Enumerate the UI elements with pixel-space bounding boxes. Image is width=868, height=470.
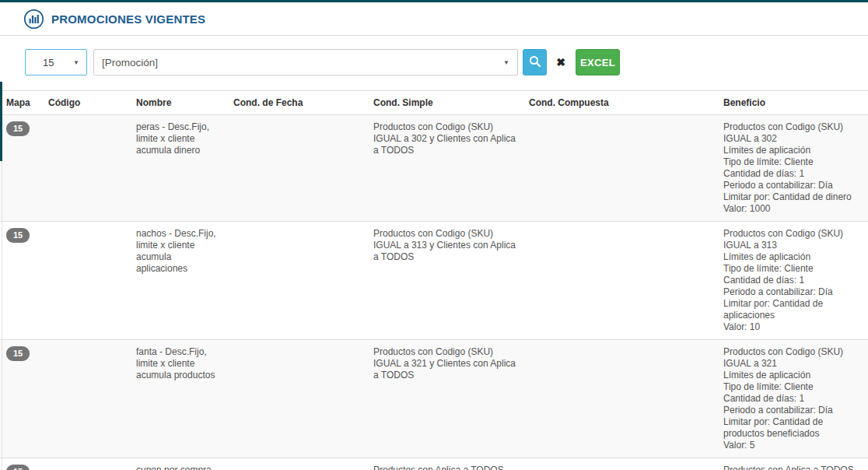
- map-badge[interactable]: 15: [6, 228, 30, 243]
- column-header-cond-simple[interactable]: Cond. Simple: [367, 91, 523, 115]
- scrollbar-thumb[interactable]: [0, 82, 2, 161]
- cell-nombre: fanta - Desc.Fijo, limite x cliente acum…: [130, 340, 227, 458]
- cell-cond-fecha: [227, 340, 367, 458]
- cell-nombre: cupon por compra mayor a 100: [130, 458, 227, 470]
- promotion-combobox[interactable]: [Promoción] ▼: [93, 49, 518, 75]
- cell-cond-compuesta: [523, 222, 717, 340]
- table-row[interactable]: 15 fanta - Desc.Fijo, limite x cliente a…: [0, 340, 868, 458]
- cell-cond-compuesta: [523, 458, 717, 470]
- cell-cond-simple: Productos con Aplica a TODOS con Precio …: [367, 458, 523, 470]
- cell-mapa: 15: [0, 340, 42, 458]
- cell-cond-simple: Productos con Codigo (SKU) IGUAL a 302 y…: [367, 115, 523, 222]
- cell-codigo: [42, 458, 130, 470]
- clear-search-button[interactable]: ✖: [550, 49, 572, 75]
- x-icon: ✖: [556, 56, 565, 68]
- column-header-mapa[interactable]: Mapa: [0, 91, 42, 115]
- cell-beneficio: Productos con Codigo (SKU) IGUAL a 302 L…: [717, 115, 868, 222]
- cell-cond-simple: Productos con Codigo (SKU) IGUAL a 321 y…: [367, 340, 523, 458]
- cell-cond-fecha: [227, 222, 367, 340]
- column-header-codigo[interactable]: Código: [42, 91, 130, 115]
- chevron-down-icon: ▼: [73, 59, 79, 66]
- column-header-cond-fecha[interactable]: Cond. de Fecha: [227, 91, 367, 115]
- cell-mapa: 15: [0, 458, 42, 470]
- excel-export-button[interactable]: EXCEL: [576, 49, 620, 75]
- map-badge[interactable]: 15: [6, 121, 30, 136]
- cell-cond-compuesta: [523, 340, 717, 458]
- chevron-down-icon: ▼: [503, 59, 509, 66]
- cell-nombre: peras - Desc.Fijo, limite x cliente acum…: [130, 115, 227, 222]
- cell-cond-simple: Productos con Codigo (SKU) IGUAL a 313 y…: [367, 222, 523, 340]
- map-badge[interactable]: 15: [6, 465, 30, 470]
- cell-beneficio: Productos con Codigo (SKU) IGUAL a 313 L…: [717, 222, 868, 340]
- page-size-value: 15: [43, 57, 54, 68]
- table-header-row: Mapa Código Nombre Cond. de Fecha Cond. …: [0, 91, 868, 115]
- magnifier-icon: [528, 54, 542, 71]
- filter-toolbar: 15 ▼ [Promoción] ▼ ✖ EXCEL: [25, 49, 868, 75]
- cell-mapa: 15: [0, 115, 42, 222]
- bar-chart-circle-icon: [23, 9, 44, 30]
- cell-cond-compuesta: [523, 115, 717, 222]
- cell-codigo: [42, 340, 130, 458]
- cell-mapa: 15: [0, 222, 42, 340]
- column-header-beneficio[interactable]: Beneficio: [717, 91, 868, 115]
- promotions-table: Mapa Código Nombre Cond. de Fecha Cond. …: [0, 90, 868, 470]
- page-header: PROMOCIONES VIGENTES: [0, 2, 868, 36]
- cell-beneficio: Productos con Aplica a TODOS: [717, 458, 868, 470]
- column-header-nombre[interactable]: Nombre: [130, 91, 227, 115]
- table-row[interactable]: 15 cupon por compra mayor a 100 Producto…: [0, 458, 868, 470]
- page-size-select[interactable]: 15 ▼: [25, 49, 87, 75]
- cell-nombre: nachos - Desc.Fijo, limite x cliente acu…: [130, 222, 227, 340]
- column-header-cond-compuesta[interactable]: Cond. Compuesta: [523, 91, 717, 115]
- cell-codigo: [42, 222, 130, 340]
- top-accent-bar: [0, 0, 868, 2]
- cell-codigo: [42, 115, 130, 222]
- table-row[interactable]: 15 peras - Desc.Fijo, limite x cliente a…: [0, 115, 868, 222]
- cell-beneficio: Productos con Codigo (SKU) IGUAL a 321 L…: [717, 340, 868, 458]
- map-badge[interactable]: 15: [6, 346, 30, 361]
- table-row[interactable]: 15 nachos - Desc.Fijo, limite x cliente …: [0, 222, 868, 340]
- promotion-combobox-value: [Promoción]: [102, 57, 158, 68]
- page-title: PROMOCIONES VIGENTES: [51, 12, 205, 26]
- cell-cond-fecha: [227, 458, 367, 470]
- cell-cond-fecha: [227, 115, 367, 222]
- search-button[interactable]: [523, 49, 547, 75]
